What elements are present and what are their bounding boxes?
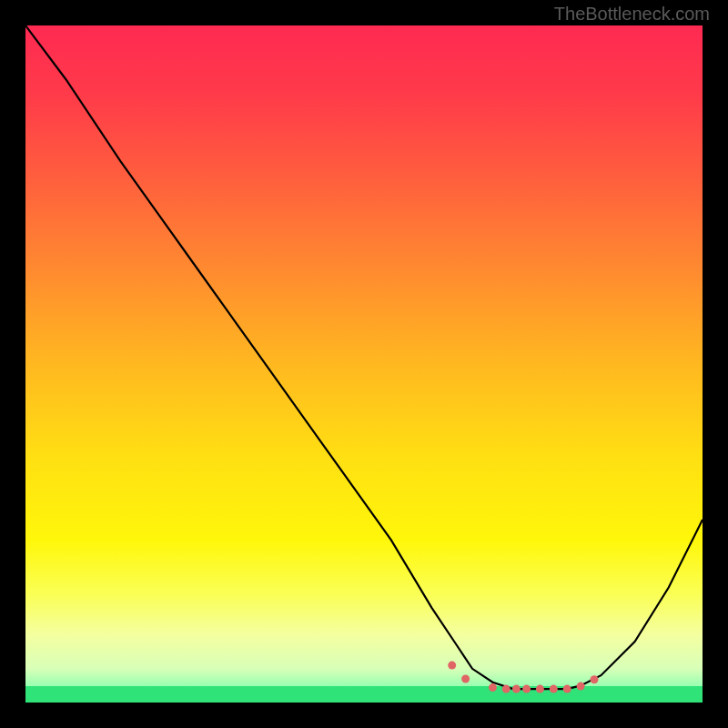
marker-point (591, 675, 599, 683)
marker-point (563, 685, 571, 693)
marker-point (550, 685, 558, 693)
marker-point (489, 683, 497, 692)
marker-point (512, 685, 521, 693)
marker-point (577, 682, 585, 691)
watermark-text: TheBottleneck.com (554, 4, 710, 25)
plot-area (25, 25, 703, 703)
marker-point (448, 662, 456, 670)
chart-svg (25, 25, 703, 703)
marker-point (461, 675, 470, 683)
marker-point (522, 685, 531, 693)
marker-point (502, 685, 511, 693)
bottleneck-curve (25, 25, 703, 689)
plot-frame (25, 25, 703, 703)
marker-point (536, 685, 544, 693)
